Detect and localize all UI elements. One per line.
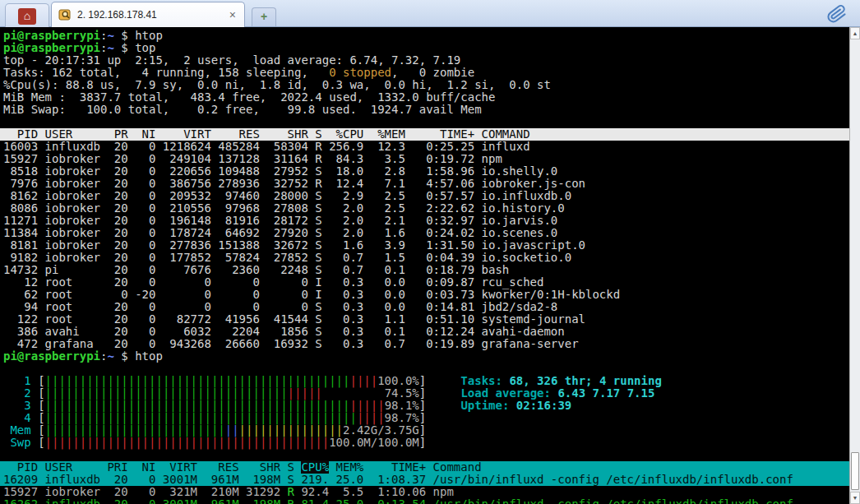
top-process-row: 94 root 20 0 0 0 0 S 0.3 0.0 0:14.81 jbd… xyxy=(0,301,849,313)
top-mem-line: MiB Mem : 3837.7 total, 483.4 free, 2022… xyxy=(0,91,849,104)
top-process-row: 386 avahi 20 0 6032 2204 1856 S 0.3 0.1 … xyxy=(0,326,849,338)
top-process-row: 11271 iobroker 20 0 196148 81916 28172 S… xyxy=(0,215,849,227)
top-process-row: 7976 iobroker 20 0 386756 278936 32752 R… xyxy=(0,178,849,190)
htop-cpu-meter-2: 2 [|||||||||||||||||||||||||||||||||||||… xyxy=(0,387,849,400)
top-process-row: 12 root 20 0 0 0 0 I 0.3 0.0 0:09.87 rcu… xyxy=(0,276,849,289)
top-process-row: 122 root 20 0 82772 41956 41544 S 0.3 1.… xyxy=(0,313,849,326)
top-tasks-line: Tasks: 162 total, 4 running, 158 sleepin… xyxy=(0,67,849,79)
home-tab[interactable]: ⌂ xyxy=(5,3,49,28)
top-swap-line: MiB Swap: 100.0 total, 0.2 free, 99.8 us… xyxy=(0,104,849,116)
prompt-line-top: pi@raspberrypi:~ $ top xyxy=(0,42,849,54)
tab-title: 2. 192.168.178.41 xyxy=(77,9,222,21)
top-process-row: 14732 pi 20 0 7676 2360 2248 S 0.7 0.1 0… xyxy=(0,264,849,276)
scrollbar-up-icon[interactable]: ▲ xyxy=(850,27,860,39)
browser-tab-bar: ⌂ 2. 192.168.178.41 × + xyxy=(0,0,860,27)
htop-process-row-selected: 16209 influxdb 20 0 3001M 961M 198M S 21… xyxy=(0,474,849,486)
tab-close-icon[interactable]: × xyxy=(228,9,238,21)
prompt-line-htop-2: pi@raspberrypi:~ $ htop xyxy=(0,350,849,363)
terminal-screen[interactable]: pi@raspberrypi:~ $ htoppi@raspberrypi:~ … xyxy=(0,27,849,504)
top-process-row: 15927 iobroker 20 0 249104 137128 31164 … xyxy=(0,153,849,165)
top-cpu-line: %Cpu(s): 88.8 us, 7.9 sy, 0.0 ni, 1.8 id… xyxy=(0,79,849,91)
htop-process-row: 15927 iobroker 20 0 321M 210M 31292 R 92… xyxy=(0,486,849,498)
new-tab-button[interactable]: + xyxy=(252,7,276,26)
paperclip-icon[interactable] xyxy=(825,2,848,25)
top-process-row: 11384 iobroker 20 0 178724 64692 27920 S… xyxy=(0,227,849,239)
session-tab[interactable]: 2. 192.168.178.41 × xyxy=(51,2,245,27)
htop-table-header: PID USER PRI NI VIRT RES SHR S CPU% MEM%… xyxy=(0,461,849,474)
prompt-line-htop-1: pi@raspberrypi:~ $ htop xyxy=(0,30,849,42)
top-process-row: 8086 iobroker 20 0 210556 97968 27808 S … xyxy=(0,202,849,215)
top-table-header: PID USER PR NI VIRT RES SHR S %CPU %MEM … xyxy=(0,128,849,141)
top-process-row: 8162 iobroker 20 0 209532 97460 28000 S … xyxy=(0,190,849,202)
blank-line xyxy=(0,363,849,375)
blank-line xyxy=(0,449,849,461)
blank-line xyxy=(0,116,849,128)
htop-process-row-partial: 16262 influxdb 20 0 3001M 961M 198M R 81… xyxy=(0,498,849,504)
scrollbar-thumb[interactable] xyxy=(851,452,859,490)
scrollbar-down-icon[interactable]: ▼ xyxy=(850,492,860,504)
htop-cpu-meter-1: 1 [|||||||||||||||||||||||||||||||||||||… xyxy=(0,375,849,387)
top-uptime-line: top - 20:17:31 up 2:15, 2 users, load av… xyxy=(0,54,849,67)
app-window: ⌂ 2. 192.168.178.41 × + pi@raspberrypi:~… xyxy=(0,0,860,504)
top-process-row: 9182 iobroker 20 0 177852 57824 27852 S … xyxy=(0,252,849,264)
top-process-row: 62 root 0 -20 0 0 0 I 0.3 0.0 0:03.73 kw… xyxy=(0,289,849,301)
top-process-row: 472 grafana 20 0 943268 26660 16932 S 0.… xyxy=(0,338,849,350)
htop-cpu-meter-4: 4 [|||||||||||||||||||||||||||||||||||||… xyxy=(0,412,849,424)
terminal-scrollbar[interactable]: ▲ ▼ xyxy=(849,27,860,504)
top-process-row: 8518 iobroker 20 0 220656 109488 27952 S… xyxy=(0,165,849,178)
htop-cpu-meter-3: 3 [|||||||||||||||||||||||||||||||||||||… xyxy=(0,400,849,412)
top-process-row: 8181 iobroker 20 0 277836 151388 32672 S… xyxy=(0,239,849,252)
top-process-row: 16003 influxdb 20 0 1218624 485284 58304… xyxy=(0,141,849,153)
htop-swap-meter: Swp [|||||||||||||||||||||||||||||||||||… xyxy=(0,437,849,449)
htop-memory-meter: Mem [|||||||||||||||||||||||||||||||||||… xyxy=(0,424,849,437)
session-favicon-icon xyxy=(58,8,72,21)
home-icon: ⌂ xyxy=(18,8,36,25)
